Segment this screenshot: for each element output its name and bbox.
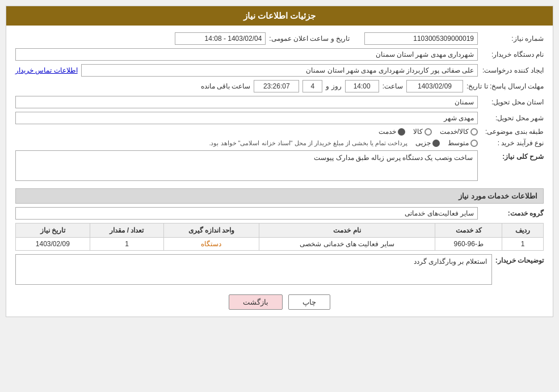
deadline-remaining-time: 23:26:07 bbox=[254, 80, 299, 92]
need-number-label: شماره نیاز: bbox=[481, 35, 544, 43]
services-section-title: اطلاعات خدمات مورد نیاز bbox=[15, 188, 544, 204]
category-goods-label: کالا bbox=[413, 128, 423, 136]
deadline-days-label: روز و bbox=[326, 82, 341, 90]
city-label: شهر محل تحویل: bbox=[481, 114, 544, 122]
general-desc-textarea[interactable] bbox=[15, 150, 478, 181]
deadline-time: 14:00 bbox=[345, 80, 379, 92]
back-button[interactable]: بازگشت bbox=[229, 294, 283, 310]
col-name: نام خدمت bbox=[259, 224, 435, 238]
category-label: طبقه بندی موضوعی: bbox=[481, 128, 544, 136]
buyer-notes-label: توضیحات خریدار: bbox=[495, 254, 544, 264]
need-number-value: 1103005309000019 bbox=[364, 32, 478, 45]
announcement-date-value: 1403/02/04 - 14:08 bbox=[175, 32, 266, 45]
service-group-value: سایر فعالیت‌های خدماتی bbox=[15, 207, 478, 220]
category-service-label: خدمت bbox=[379, 128, 396, 136]
province-label: استان محل تحویل: bbox=[481, 98, 544, 106]
creator-value: علی صفائی پور کاربرداز شهرداری مهدی شهر … bbox=[81, 64, 478, 77]
category-service-radio bbox=[398, 128, 405, 136]
creator-contact-link[interactable]: اطلاعات تماس خریدار bbox=[15, 66, 78, 74]
cell-date: 1403/02/09 bbox=[16, 238, 90, 251]
deadline-time-label: ساعت: bbox=[383, 82, 403, 90]
print-button[interactable]: چاپ bbox=[288, 294, 330, 310]
province-value: سمنان bbox=[15, 96, 478, 108]
deadline-days: 4 bbox=[302, 80, 322, 92]
general-desc-label: شرح کلی نیاز: bbox=[481, 150, 544, 161]
process-label: نوع فرآیند خرید : bbox=[481, 139, 544, 147]
service-group-label: گروه خدمت: bbox=[481, 209, 544, 217]
process-radio-group: متوسط جزیی پرداخت تمام یا بخشی از مبلغ خ… bbox=[209, 139, 478, 147]
process-medium-label: متوسط bbox=[448, 139, 469, 147]
cell-name: سایر فعالیت های خدماتی شخصی bbox=[259, 238, 435, 251]
col-code: کد خدمت bbox=[435, 224, 502, 238]
category-goods-radio bbox=[424, 128, 432, 136]
deadline-remaining-label: ساعت باقی مانده bbox=[201, 82, 251, 90]
col-qty: تعداد / مقدار bbox=[90, 224, 164, 238]
city-value: مهدی شهر bbox=[15, 112, 478, 124]
process-partial-radio bbox=[432, 140, 440, 147]
col-date: تاریخ نیاز bbox=[16, 224, 90, 238]
deadline-date: 1403/02/09 bbox=[406, 80, 463, 92]
announcement-date-label: تاریخ و ساعت اعلان عمومی: bbox=[269, 35, 350, 43]
buttons-row: چاپ بازگشت bbox=[15, 294, 544, 310]
col-row: ردیف bbox=[502, 224, 544, 238]
services-table: ردیف کد خدمت نام خدمت واحد اندازه گیری ت… bbox=[15, 223, 544, 251]
deadline-label: مهلت ارسال پاسخ: تا تاریخ: bbox=[466, 82, 544, 90]
page-title: جزئیات اطلاعات نیاز bbox=[6, 6, 553, 26]
table-row: 1 ط-96-960 سایر فعالیت های خدماتی شخصی د… bbox=[16, 238, 544, 251]
process-medium-option[interactable]: متوسط bbox=[448, 139, 478, 147]
cell-quantity: 1 bbox=[90, 238, 164, 251]
process-partial-option[interactable]: جزیی bbox=[415, 139, 440, 147]
cell-row: 1 bbox=[502, 238, 544, 251]
col-unit: واحد اندازه گیری bbox=[164, 224, 259, 238]
process-medium-radio bbox=[470, 140, 478, 147]
buyer-notes-textarea[interactable] bbox=[15, 254, 492, 285]
cell-unit: دستگاه bbox=[164, 238, 259, 251]
category-goods-option[interactable]: کالا bbox=[413, 128, 432, 136]
cell-code: ط-96-960 bbox=[435, 238, 502, 251]
category-service-goods-label: کالا/خدمت bbox=[440, 128, 469, 136]
process-partial-label: جزیی bbox=[415, 139, 431, 147]
creator-label: ایجاد کننده درخواست: bbox=[481, 66, 544, 74]
buyer-org-value: شهرداری مهدی شهر استان سمنان bbox=[15, 48, 478, 61]
category-service-goods-radio bbox=[470, 128, 478, 136]
category-service-option[interactable]: خدمت bbox=[379, 128, 405, 136]
process-note: پرداخت تمام یا بخشی از مبلغ خریدار از مح… bbox=[209, 140, 407, 147]
buyer-org-label: نام دستگاه خریدار: bbox=[481, 50, 544, 58]
category-radio-group: کالا/خدمت کالا خدمت bbox=[379, 128, 478, 136]
category-service-goods-option[interactable]: کالا/خدمت bbox=[440, 128, 478, 136]
